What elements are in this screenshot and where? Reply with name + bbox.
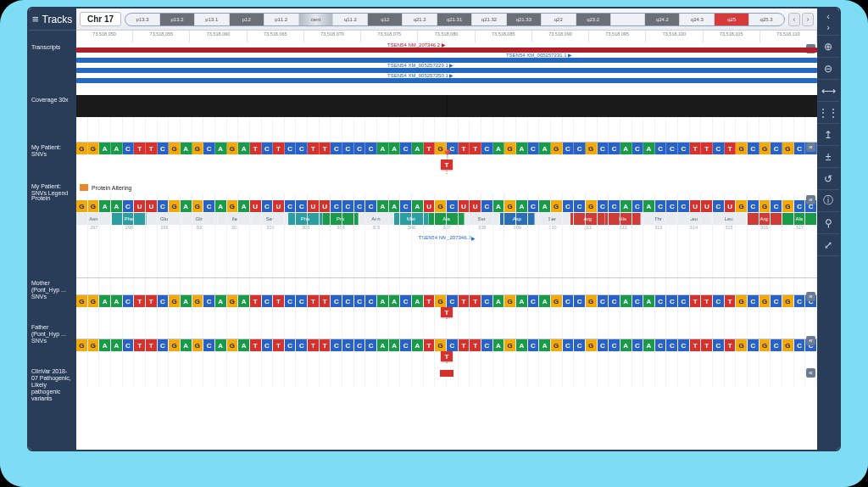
base-cell: C <box>296 143 308 154</box>
chromosome-ideogram[interactable]: p13.3p13.2p13.1p12p11.2centq11.2q12q21.2… <box>125 13 785 26</box>
base-cell: T <box>701 143 713 154</box>
base-cell: C <box>342 143 354 154</box>
track-label-patient-legend[interactable]: My Patient: SNVs Legend <box>29 182 76 193</box>
ideogram-band[interactable]: p12 <box>230 14 264 25</box>
ruler-icon[interactable]: ⟷ <box>817 80 839 102</box>
clinvar-variant-mark[interactable] <box>440 370 453 377</box>
ideogram-band[interactable]: p13.2 <box>160 14 195 25</box>
collapse-icon[interactable]: « <box>806 336 815 345</box>
transcript-bar[interactable] <box>76 48 817 53</box>
tracks-header[interactable]: ≡ Tracks <box>29 8 76 31</box>
ideogram-band[interactable]: q22 <box>542 14 576 25</box>
ideogram-band[interactable]: p13.1 <box>195 14 230 25</box>
track-clinvar[interactable]: « <box>76 367 817 387</box>
ideogram-band[interactable]: q21.2 <box>403 14 437 25</box>
base-cell: G <box>192 143 204 154</box>
base-cell: C <box>285 143 297 154</box>
base-cell: A <box>111 143 123 154</box>
ideogram-band[interactable]: q21.33 <box>507 14 542 25</box>
expand-icon[interactable]: ⤢ <box>817 234 839 256</box>
ideogram-band[interactable]: q21.31 <box>437 14 472 25</box>
base-cell: G <box>586 143 598 154</box>
track-patient-legend: Protein Altering <box>76 182 817 193</box>
ideogram-band[interactable]: q24.2 <box>645 14 680 25</box>
track-father-snv[interactable]: GGAACTTCGAGCAGATCTCCTTCCCCAACATGCTTCAGAC… <box>76 322 817 367</box>
ideogram-band[interactable]: cent <box>299 14 334 25</box>
track-label-protein[interactable]: Protein <box>29 193 76 205</box>
variant-box[interactable]: T ⋮ <box>441 160 453 174</box>
info-icon[interactable]: ⓘ <box>817 190 839 212</box>
track-mother-snv[interactable]: GGAACTTCGAGCAGATCTCCTTCCCCAACATGCTTCAGAC… <box>76 278 817 322</box>
ruler-tick: 73,518,095 <box>589 31 646 42</box>
collapse-icon[interactable]: « <box>806 292 815 301</box>
base-cell: C <box>528 143 540 154</box>
ideogram-band[interactable]: q21.32 <box>472 14 507 25</box>
base-cell: T <box>725 143 737 154</box>
base-cell: C <box>365 143 377 154</box>
ideogram-band[interactable]: q12 <box>368 14 403 25</box>
track-label-father[interactable]: Father (Pont_Hyp ... SNVs <box>29 322 76 367</box>
transcript-label[interactable]: TSEN54 XM_005257229.1 ▶ <box>387 62 453 68</box>
zoom-in-icon[interactable]: ⊕ <box>817 36 839 58</box>
ideogram-band[interactable]: q25.3 <box>749 14 784 25</box>
spacer-2 <box>29 205 76 278</box>
track-label-transcripts[interactable]: Transcripts <box>29 42 76 95</box>
undo-icon[interactable]: ↺ <box>817 168 839 190</box>
toolbar-nav[interactable]: ‹› <box>817 8 839 36</box>
cursor-icon[interactable]: ↥ <box>817 124 839 146</box>
base-cell: A <box>539 143 551 154</box>
track-label-patient-snv[interactable]: My Patient: SNVs <box>29 143 76 182</box>
app-screen: ≡ Tracks Transcripts Coverage 30x My Pat… <box>27 7 841 451</box>
collapse-icon[interactable]: « <box>806 195 815 204</box>
base-cell: G <box>551 143 563 154</box>
transcript-label[interactable]: TSEN54 XM_005257231.1 ▶ <box>506 52 572 58</box>
transcript-label[interactable]: TSEN54 XM_005257250.1 ▶ <box>387 72 453 78</box>
father-variant-box[interactable]: T · <box>441 351 453 366</box>
grid-icon[interactable]: ⋮⋮ <box>817 102 839 124</box>
zoom-out-icon[interactable]: ⊖ <box>817 58 839 80</box>
base-cell: C <box>655 143 667 154</box>
ideogram-band[interactable]: p13.3 <box>125 14 160 25</box>
base-cell: G <box>169 143 181 154</box>
ruler-tick: 73,518,080 <box>418 31 475 42</box>
base-cell: C <box>678 143 690 154</box>
ideogram-band[interactable]: p11.2 <box>264 14 299 25</box>
mother-variant-box[interactable]: T · <box>441 307 453 322</box>
base-cell: A <box>389 143 401 154</box>
legend-chip-protein-altering <box>80 184 88 191</box>
hamburger-icon[interactable]: ≡ <box>32 14 39 25</box>
track-coverage[interactable] <box>76 95 817 117</box>
track-protein[interactable]: GGAACUUCGAGCAGAUCUCCUUCCCCAACAUGCUUCAGAC… <box>76 193 817 278</box>
adjust-icon[interactable]: ± <box>817 146 839 168</box>
ideogram-band[interactable]: q11.2 <box>333 14 368 25</box>
ruler-tick: 73,518,065 <box>248 31 304 42</box>
track-patient-snv[interactable]: GGAACTTCGAGCAGATCTCCTTCCCCAACATGCTTCAGAC… <box>76 143 817 182</box>
track-label-clinvar[interactable]: ClinVar 2018-07 Pathogenic, Likely patho… <box>29 367 76 417</box>
chromosome-bar: Chr 17 p13.3p13.2p13.1p12p11.2centq11.2q… <box>76 8 817 31</box>
right-toolbar: ‹›⊕⊖⟷⋮⋮↥±↺ⓘ⚲⤢ <box>817 8 839 450</box>
ideogram-band[interactable]: q23.2 <box>576 14 611 25</box>
base-cell: T <box>146 143 158 154</box>
track-label-mother[interactable]: Mother (Pont_Hyp ... SNVs <box>29 278 76 322</box>
nav-left-icon[interactable]: ‹ <box>788 13 800 26</box>
ruler-tick: 73,518,100 <box>646 31 703 42</box>
collapse-icon[interactable]: « <box>806 143 815 152</box>
transcript-label[interactable]: TSEN54 NM_207346.2 ▶ <box>387 42 446 48</box>
track-label-coverage[interactable]: Coverage 30x <box>29 95 76 117</box>
ideogram-band[interactable]: q25 <box>715 14 749 25</box>
nav-right-icon[interactable]: › <box>802 13 814 26</box>
base-cell: G <box>782 143 794 154</box>
transcript-bar[interactable] <box>76 78 817 83</box>
ideogram-band[interactable] <box>611 14 646 25</box>
ruler-tick: 73,518,090 <box>532 31 589 42</box>
collapse-icon[interactable]: « <box>806 368 815 378</box>
ideogram-band[interactable]: q24.3 <box>680 14 715 25</box>
chromosome-name[interactable]: Chr 17 <box>80 12 121 26</box>
base-cell: A <box>238 143 250 154</box>
base-cell: T <box>134 143 146 154</box>
base-cell: G <box>504 143 516 154</box>
base-cell: C <box>609 143 620 154</box>
device-frame: ≡ Tracks Transcripts Coverage 30x My Pat… <box>0 0 868 487</box>
pin-icon[interactable]: ⚲ <box>817 212 839 234</box>
track-transcripts[interactable]: « TSEN54 NM_207346.2 ▶TSEN54 XM_00525723… <box>76 42 817 95</box>
